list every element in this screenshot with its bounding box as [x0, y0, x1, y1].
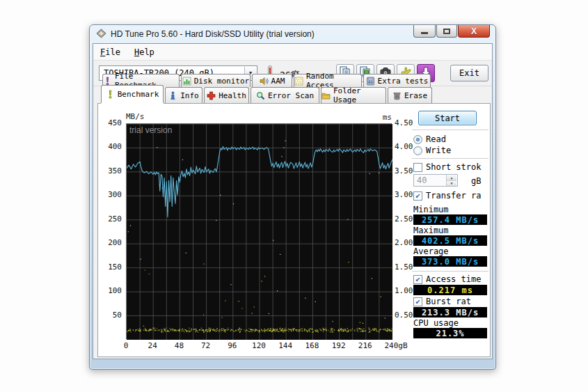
separator	[412, 158, 488, 159]
tab-folder-usage[interactable]: Folder Usage	[321, 87, 386, 103]
tab-row-primary: Benchmark Info Health Error Scan Folder …	[101, 87, 432, 103]
minimum-value: 257.4 MB/s	[413, 214, 487, 225]
tab-erase[interactable]: Erase	[388, 87, 432, 103]
x-tick-label: 96	[218, 341, 246, 350]
short-stroke-label: Short strok	[426, 162, 481, 172]
tab-health[interactable]: Health	[204, 87, 249, 103]
health-cross-icon	[207, 91, 216, 100]
x-tick-label: 192	[325, 341, 353, 350]
checkbox-icon: ✔	[413, 163, 422, 172]
tab-info[interactable]: Info	[165, 87, 202, 103]
access-time-label: Access time	[426, 274, 481, 284]
app-window: HD Tune Pro 5.60 - Hard Disk/SSD Utility…	[89, 24, 496, 370]
exit-button[interactable]: Exit	[450, 65, 488, 81]
info-icon	[168, 91, 177, 100]
separator	[412, 130, 488, 131]
tab-error-scan[interactable]: Error Scan	[251, 87, 319, 103]
capacity-unit-label: gB	[471, 176, 481, 186]
access-time-value: 0.217 ms	[413, 285, 487, 295]
client-area: File Help TOSHIBA-TR200 (240 gB) ▼ 26癈	[93, 43, 493, 359]
cpu-usage-label: CPU usage	[413, 318, 459, 327]
tab-benchmark[interactable]: Benchmark	[101, 85, 164, 103]
app-icon	[96, 28, 106, 41]
tab-label: Benchmark	[118, 90, 159, 99]
capacity-spinner[interactable]: 40 ▲ ▼	[413, 174, 458, 187]
maximum-label: Maximum	[413, 226, 449, 235]
capacity-value: 40	[417, 175, 427, 185]
start-label: Start	[435, 113, 460, 123]
menu-bar: File Help	[93, 44, 492, 61]
average-value: 373.0 MB/s	[413, 256, 487, 267]
burst-rate-value: 213.3 MB/s	[413, 307, 487, 317]
tab-label: Info	[180, 91, 199, 100]
calculator-icon	[366, 77, 375, 86]
radio-icon	[413, 146, 422, 155]
tab-aam[interactable]: AAM	[252, 74, 292, 87]
average-label: Average	[413, 246, 449, 256]
benchmark-panel: MB/s ms trial version 450400350300250200…	[97, 103, 491, 357]
bar-chart-icon	[182, 77, 191, 86]
access-time-checkbox[interactable]: ✔ Access time	[413, 274, 481, 284]
minimize-button[interactable]	[413, 25, 436, 38]
maximum-value: 402.5 MB/s	[413, 235, 487, 246]
window-title: HD Tune Pro 5.60 - Hard Disk/SSD Utility…	[111, 29, 315, 39]
x-tick-label: 144	[271, 341, 299, 350]
x-tick-label: 24	[138, 341, 166, 350]
tab-label: Health	[218, 91, 246, 100]
burst-rate-checkbox[interactable]: ✔ Burst rat	[413, 297, 471, 306]
radio-icon	[413, 135, 422, 144]
tab-disk-monitor[interactable]: Disk monitor	[181, 74, 251, 87]
spin-down-icon[interactable]: ▼	[447, 181, 456, 187]
short-stroke-checkbox[interactable]: ✔ Short strok	[413, 162, 481, 172]
start-button[interactable]: Start	[418, 111, 477, 125]
magnifier-icon	[256, 91, 265, 100]
close-button[interactable]: X	[458, 25, 490, 38]
maximize-icon	[443, 29, 450, 34]
x-tick-label: 120	[245, 341, 273, 350]
minimum-label: Minimum	[413, 205, 449, 214]
x-tick-label: 168	[298, 341, 326, 350]
dotted-square-icon	[294, 77, 303, 86]
trial-watermark: trial version	[129, 125, 172, 135]
separator	[412, 271, 488, 272]
burst-rate-label: Burst rat	[426, 297, 471, 306]
x-tick-label: 48	[165, 341, 193, 350]
transfer-rate-label: Transfer ra	[426, 191, 481, 201]
trash-icon	[392, 91, 402, 100]
exit-label: Exit	[459, 68, 479, 78]
title-bar[interactable]: HD Tune Pro 5.60 - Hard Disk/SSD Utility…	[90, 25, 495, 43]
write-radio[interactable]: Write	[413, 146, 451, 155]
tab-label: Error Scan	[268, 91, 314, 100]
menu-file[interactable]: File	[93, 45, 127, 59]
minimize-icon	[421, 32, 428, 34]
spin-up-icon[interactable]: ▲	[447, 175, 456, 181]
tab-label: Extra tests	[378, 77, 429, 86]
transfer-rate-checkbox[interactable]: ✔ Transfer ra	[413, 191, 481, 201]
speaker-icon	[260, 77, 269, 86]
checkbox-icon: ✔	[413, 275, 422, 284]
maximize-button[interactable]	[436, 25, 457, 38]
tab-label: AAM	[271, 77, 285, 86]
tab-random-access[interactable]: Random Access	[294, 74, 362, 87]
write-label: Write	[426, 146, 451, 155]
menu-help[interactable]: Help	[127, 45, 161, 59]
exclamation-icon	[103, 77, 112, 86]
tab-label: Disk monitor	[194, 77, 249, 86]
read-radio[interactable]: Read	[413, 134, 446, 144]
tab-extra-tests[interactable]: Extra tests	[363, 74, 431, 87]
x-tick-label: 240gB	[382, 341, 410, 350]
x-tick-label: 216	[351, 341, 379, 350]
tab-label: Folder Usage	[333, 86, 386, 104]
read-label: Read	[426, 134, 446, 144]
checkbox-icon: ✔	[413, 297, 422, 306]
x-tick-label: 72	[192, 341, 220, 350]
checkbox-icon: ✔	[413, 191, 422, 201]
close-icon: X	[471, 26, 477, 36]
tab-label: Erase	[404, 91, 427, 100]
cpu-usage-value: 21.3%	[413, 328, 487, 338]
folder-icon	[321, 91, 331, 100]
exclamation-icon	[106, 90, 115, 99]
x-tick-label: 0	[112, 341, 140, 350]
